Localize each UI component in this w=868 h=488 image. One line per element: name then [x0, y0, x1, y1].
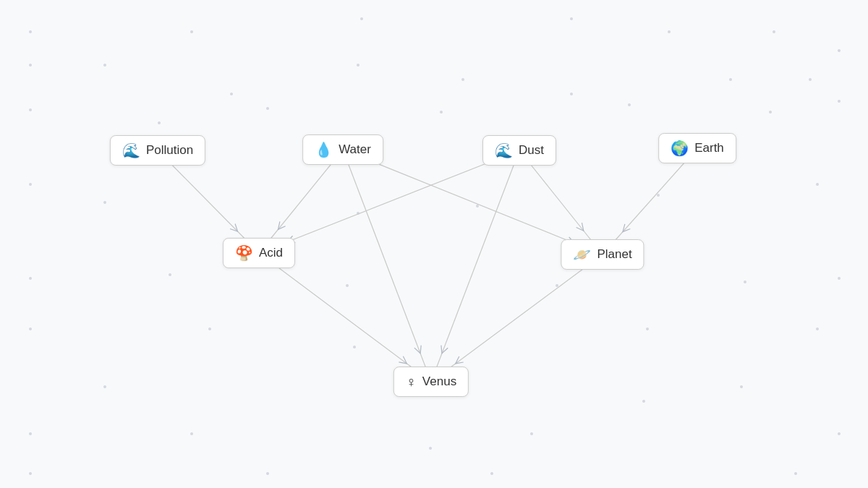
svg-point-12 [570, 93, 573, 95]
svg-point-5 [773, 30, 775, 33]
venus-label: Venus [422, 374, 456, 389]
svg-point-24 [357, 212, 359, 215]
svg-line-59 [431, 254, 603, 382]
node-pollution[interactable]: 🌊Pollution [110, 135, 205, 166]
svg-point-31 [556, 284, 558, 287]
svg-point-46 [838, 432, 841, 435]
svg-line-58 [343, 150, 431, 382]
svg-point-21 [838, 100, 841, 103]
acid-icon: 🍄 [235, 246, 253, 260]
svg-point-28 [29, 277, 32, 280]
svg-point-35 [208, 328, 211, 330]
svg-point-19 [628, 103, 631, 106]
node-earth[interactable]: 🌍Earth [658, 133, 736, 163]
dust-icon: 🌊 [495, 143, 513, 158]
svg-point-37 [646, 328, 649, 330]
svg-point-2 [360, 17, 363, 20]
svg-point-33 [838, 277, 841, 280]
node-dust[interactable]: 🌊Dust [482, 135, 556, 166]
svg-point-8 [103, 64, 106, 67]
acid-label: Acid [259, 246, 283, 260]
svg-point-4 [668, 30, 671, 33]
svg-point-41 [642, 400, 645, 403]
svg-point-1 [190, 30, 193, 33]
svg-point-44 [190, 432, 193, 435]
svg-point-22 [29, 183, 32, 186]
svg-line-60 [431, 150, 519, 382]
svg-point-10 [357, 64, 359, 67]
svg-point-30 [346, 284, 349, 287]
svg-point-20 [769, 111, 772, 114]
svg-point-11 [461, 78, 464, 81]
svg-line-57 [259, 253, 431, 382]
svg-point-27 [816, 183, 819, 186]
svg-point-15 [29, 108, 32, 111]
svg-point-38 [816, 328, 819, 330]
svg-point-29 [169, 273, 171, 276]
planet-label: Planet [597, 247, 631, 262]
node-planet[interactable]: 🪐Planet [561, 239, 644, 270]
graph-canvas: 🌊Pollution💧Water🌊Dust🌍Earth🍄Acid🪐Planet♀… [0, 0, 868, 488]
svg-point-40 [530, 432, 533, 435]
water-icon: 💧 [315, 142, 333, 157]
dust-label: Dust [519, 143, 544, 158]
pollution-icon: 🌊 [122, 143, 140, 158]
node-water[interactable]: 💧Water [302, 134, 383, 165]
node-venus[interactable]: ♀Venus [393, 367, 469, 397]
svg-point-49 [490, 472, 493, 475]
svg-point-39 [103, 385, 106, 388]
svg-point-9 [230, 93, 233, 95]
svg-point-43 [29, 432, 32, 435]
earth-label: Earth [694, 141, 724, 155]
svg-point-45 [429, 447, 432, 450]
svg-point-3 [570, 17, 573, 20]
svg-point-6 [838, 49, 841, 52]
svg-line-56 [603, 148, 697, 254]
svg-line-54 [259, 150, 519, 253]
svg-point-48 [266, 472, 269, 475]
pollution-label: Pollution [146, 143, 193, 158]
svg-point-34 [29, 328, 32, 330]
svg-point-13 [729, 78, 732, 81]
svg-line-53 [343, 150, 603, 254]
water-label: Water [339, 142, 371, 157]
svg-point-0 [29, 30, 32, 33]
svg-point-47 [29, 472, 32, 475]
planet-icon: 🪐 [573, 247, 591, 262]
svg-point-18 [440, 111, 443, 114]
svg-point-42 [740, 385, 743, 388]
earth-icon: 🌍 [671, 141, 689, 155]
graph-edges [0, 0, 868, 488]
venus-icon: ♀ [406, 374, 417, 389]
svg-point-17 [266, 107, 269, 110]
node-acid[interactable]: 🍄Acid [223, 238, 295, 268]
svg-point-50 [794, 472, 797, 475]
svg-point-36 [353, 346, 356, 348]
svg-point-14 [809, 78, 812, 81]
svg-point-26 [657, 194, 660, 197]
svg-point-16 [158, 121, 161, 124]
svg-point-25 [476, 205, 479, 207]
svg-point-32 [744, 281, 746, 283]
svg-point-23 [103, 201, 106, 204]
svg-point-7 [29, 64, 32, 67]
background-decoration [0, 0, 868, 488]
